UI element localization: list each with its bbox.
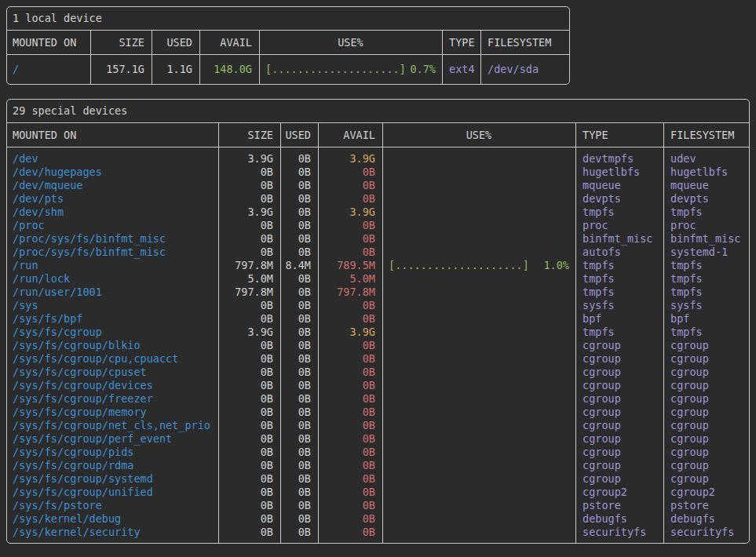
avail-cell: 0B [318,232,382,246]
type-cell: cgroup [575,339,663,352]
type-cell: ext4 [442,63,480,76]
filesystem-cell: tmpfs [663,259,749,272]
avail-cell: 3.9G [318,152,382,166]
filesystem-row: /sys/fs/cgroup/devices0B0B0Bcgroupcgroup [7,379,749,392]
avail-cell: 3.9G [318,326,382,339]
mount-point-cell: /sys/kernel/security [7,526,218,539]
type-cell: cgroup [575,432,663,446]
type-cell: cgroup2 [575,486,663,499]
avail-cell: 5.0M [318,272,382,286]
filesystem-cell: hugetlbfs [663,166,749,179]
size-cell: 3.9G [218,206,280,219]
usage-bar-cell [382,232,575,246]
size-cell: 0B [218,352,280,366]
filesystem-cell: binfmt_misc [663,232,749,246]
size-cell: 157.1G [90,63,152,76]
column-header-used: USED [280,123,318,147]
type-cell: tmpfs [575,286,663,299]
usage-bar-cell: [....................]0.7% [259,63,442,76]
column-header-size: SIZE [218,123,280,147]
filesystem-row: /sys/fs/cgroup/pids0B0B0Bcgroupcgroup [7,446,749,459]
type-cell: cgroup [575,392,663,406]
size-cell: 0B [218,526,280,539]
usage-bar-cell [382,192,575,206]
special-devices-table: 29 special devices MOUNTED ONSIZEUSEDAVA… [6,99,750,544]
filesystem-row: /sys/kernel/debug0B0B0Bdebugfsdebugfs [7,512,749,526]
used-cell: 0B [280,526,318,539]
column-header-avail: AVAIL [199,31,259,54]
usage-bar-cell [382,406,575,419]
avail-cell: 0B [318,299,382,312]
size-cell: 0B [218,366,280,379]
avail-cell: 0B [318,419,382,432]
filesystem-cell: cgroup [663,379,749,392]
used-cell: 0B [280,179,318,192]
avail-cell: 0B [318,246,382,259]
used-cell: 0B [280,246,318,259]
filesystem-cell: bpf [663,312,749,326]
usage-bar-cell [382,179,575,192]
used-cell: 0B [280,406,318,419]
mount-point-cell: /sys [7,299,218,312]
avail-cell: 0B [318,179,382,192]
filesystem-row: /sys/fs/cgroup3.9G0B3.9Gtmpfstmpfs [7,326,749,339]
used-cell: 8.4M [280,259,318,272]
filesystem-cell: cgroup [663,339,749,352]
avail-cell: 0B [318,379,382,392]
avail-cell: 797.8M [318,286,382,299]
type-cell: cgroup [575,459,663,472]
mount-point-cell: /sys/fs/cgroup/freezer [7,392,218,406]
filesystem-cell: cgroup [663,406,749,419]
mount-point-cell: /sys/fs/cgroup/cpu,cpuacct [7,352,218,366]
usage-bar-cell [382,219,575,232]
avail-cell: 0B [318,352,382,366]
size-cell: 0B [218,179,280,192]
size-cell: 0B [218,512,280,526]
used-cell: 0B [280,166,318,179]
type-cell: tmpfs [575,272,663,286]
used-cell: 0B [280,152,318,166]
size-cell: 0B [218,246,280,259]
mount-point-cell: /proc/sys/fs/binfmt_misc [7,232,218,246]
filesystem-row: /sys/fs/cgroup/freezer0B0B0Bcgroupcgroup [7,392,749,406]
mount-point-cell: /dev/mqueue [7,179,218,192]
filesystem-cell: debugfs [663,512,749,526]
used-cell: 0B [280,392,318,406]
size-cell: 0B [218,446,280,459]
filesystem-row: /proc0B0B0Bprocproc [7,219,749,232]
usage-bar-cell: [....................]1.0% [382,259,575,272]
filesystem-cell: cgroup [663,352,749,366]
usage-bar-cell [382,206,575,219]
filesystem-cell: tmpfs [663,326,749,339]
usage-bar-cell [382,246,575,259]
size-cell: 0B [218,219,280,232]
type-cell: tmpfs [575,206,663,219]
size-cell: 0B [218,379,280,392]
size-cell: 0B [218,406,280,419]
usage-bar-cell [382,286,575,299]
column-header-avail: AVAIL [318,123,382,147]
used-cell: 0B [280,312,318,326]
avail-cell: 0B [318,192,382,206]
usage-bar: [....................] [265,63,406,76]
table-header-row: MOUNTED ONSIZEUSEDAVAILUSE%TYPEFILESYSTE… [7,31,569,55]
size-cell: 0B [218,486,280,499]
filesystem-row: /sys/fs/cgroup/rdma0B0B0Bcgroupcgroup [7,459,749,472]
usage-bar-cell [382,366,575,379]
type-cell: binfmt_misc [575,232,663,246]
column-header-type: TYPE [442,31,480,54]
type-cell: devtmpfs [575,152,663,166]
mount-point-cell: /sys/fs/cgroup/blkio [7,339,218,352]
mount-point-cell: /run/lock [7,272,218,286]
filesystem-cell: /dev/sda [480,63,569,76]
used-cell: 0B [280,459,318,472]
type-cell: cgroup [575,366,663,379]
used-cell: 0B [280,366,318,379]
mount-point-cell: /sys/fs/cgroup/net_cls,net_prio [7,419,218,432]
filesystem-row: /sys/fs/pstore0B0B0Bpstorepstore [7,499,749,512]
mount-point-cell: /sys/kernel/debug [7,512,218,526]
filesystem-cell: cgroup [663,392,749,406]
type-cell: tmpfs [575,326,663,339]
usage-percent: 0.7% [410,63,436,76]
used-cell: 0B [280,472,318,486]
